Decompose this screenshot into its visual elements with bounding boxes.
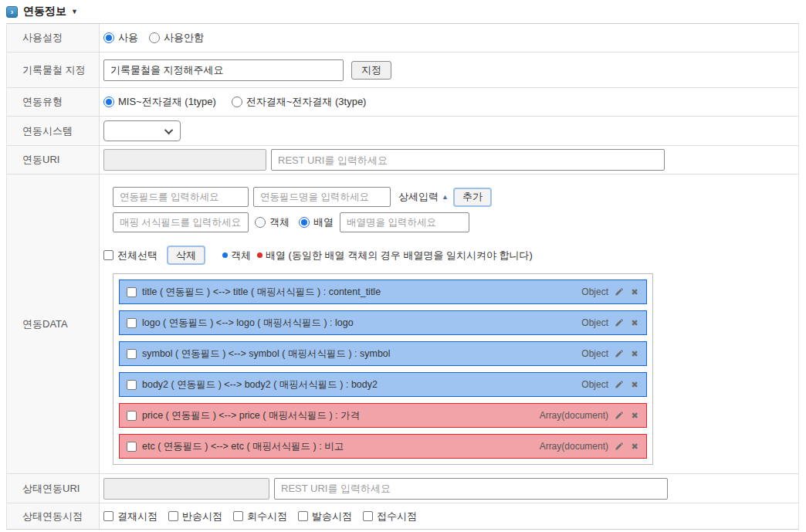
row-status-points: 상태연동시점 결재시점 반송시점 회수시점 발송시점 [7,503,798,529]
usage-on-radio[interactable] [103,32,114,43]
add-button[interactable]: 추가 [453,188,492,207]
row-record-folder: 기록물철 지정 지정 [7,53,798,88]
mapping-list-item[interactable]: logo ( 연동필드 ) <--> logo ( 매핑서식필드 ) : log… [119,310,647,335]
edit-pencil-icon[interactable] [615,442,624,451]
delete-button[interactable]: 삭제 [167,246,205,265]
status-uri-label: 상태연동URI [7,474,100,503]
mapping-type-badge: Object [581,286,608,297]
link-type-1-option[interactable]: MIS~전자결재 (1type) [103,95,216,109]
array-name-input[interactable] [340,212,469,232]
link-type-3-option[interactable]: 전자결재~전자결재 (3type) [232,95,367,109]
item-checkbox[interactable] [127,442,137,452]
item-checkbox[interactable] [127,318,137,328]
recall-checkbox[interactable] [233,511,243,521]
remove-x-icon[interactable]: ✖ [630,318,639,327]
send-label: 발송시점 [312,510,352,524]
legend-object: 객체 [222,249,251,263]
legend-array-text: 배열 (동일한 배열 객체의 경우 배열명을 일치시켜야 합니다) [266,249,533,263]
mapping-text: logo ( 연동필드 ) <--> logo ( 매핑서식필드 ) : log… [142,317,354,330]
send-checkbox[interactable] [298,511,308,521]
object-type-radio[interactable] [255,217,266,228]
remove-x-icon[interactable]: ✖ [630,349,639,358]
select-all-option[interactable]: 전체선택 [103,249,157,263]
legend-object-text: 객체 [231,249,251,263]
section-toggle-icon[interactable]: › [6,6,18,18]
edit-pencil-icon[interactable] [615,318,624,327]
return-label: 반송시점 [182,510,222,524]
array-type-radio[interactable] [299,217,310,228]
mapping-type-badge: Object [581,379,608,390]
edit-pencil-icon[interactable] [615,349,624,358]
collapse-caret-icon[interactable]: ▼ [71,8,78,15]
remove-x-icon[interactable]: ✖ [630,380,639,389]
link-field-name-input[interactable] [253,187,391,207]
status-uri-rest-input[interactable] [274,478,668,500]
link-field-input[interactable] [113,187,249,207]
mapping-list-item[interactable]: etc ( 연동필드 ) <--> etc ( 매핑서식필드 ) : 비고 Ar… [119,434,647,459]
remove-x-icon[interactable]: ✖ [630,287,639,296]
link-system-label: 연동시스템 [7,117,100,145]
link-type-label: 연동유형 [7,88,100,116]
receive-label: 접수시점 [377,510,417,524]
link-data-label: 연동DATA [7,175,100,473]
mapping-type-badge: Array(document) [540,441,608,452]
mapping-list-item[interactable]: title ( 연동필드 ) <--> title ( 매핑서식필드 ) : c… [119,280,647,304]
link-type-1-radio[interactable] [103,97,114,107]
mapping-text: body2 ( 연동필드 ) <--> body2 ( 매핑서식필드 ) : b… [142,378,378,391]
remove-x-icon[interactable]: ✖ [630,442,639,451]
mapping-type-badge: Object [581,348,608,359]
receive-checkbox[interactable] [363,511,373,521]
usage-off-label: 사용안함 [164,31,204,45]
edit-pencil-icon[interactable] [615,411,624,420]
status-point-send[interactable]: 발송시점 [298,510,352,524]
object-type-label: 객체 [269,215,290,229]
approval-checkbox[interactable] [103,511,113,521]
status-point-return[interactable]: 반송시점 [168,510,222,524]
record-folder-input[interactable] [103,59,344,81]
edit-pencil-icon[interactable] [615,287,624,296]
edit-pencil-icon[interactable] [615,380,624,389]
usage-off-radio[interactable] [149,32,160,43]
mapping-list-item[interactable]: body2 ( 연동필드 ) <--> body2 ( 매핑서식필드 ) : b… [119,372,647,397]
caret-up-icon: ▲ [442,193,449,201]
array-type-option[interactable]: 배열 [299,215,334,229]
mapping-text: price ( 연동필드 ) <--> price ( 매핑서식필드 ) : 가… [142,409,360,422]
return-checkbox[interactable] [168,511,178,521]
mapping-field-input[interactable] [113,212,249,232]
item-checkbox[interactable] [127,380,137,390]
item-checkbox[interactable] [127,411,137,421]
remove-x-icon[interactable]: ✖ [630,411,639,420]
record-folder-label: 기록물철 지정 [7,53,100,87]
page-title: 연동정보 [23,5,66,19]
link-uri-prefix-input [103,149,266,171]
object-dot-icon [222,252,228,258]
row-status-uri: 상태연동URI [7,474,798,503]
select-all-checkbox[interactable] [103,250,113,260]
row-link-system: 연동시스템 [7,117,798,146]
section-header: › 연동정보 ▼ [6,4,800,19]
status-point-recall[interactable]: 회수시점 [233,510,287,524]
array-dot-icon [257,252,262,258]
link-uri-rest-input[interactable] [271,149,665,171]
usage-off-option[interactable]: 사용안함 [149,31,204,45]
object-type-option[interactable]: 객체 [255,215,290,229]
mapping-list: title ( 연동필드 ) <--> title ( 매핑서식필드 ) : c… [113,273,653,465]
item-checkbox[interactable] [127,349,137,359]
item-checkbox[interactable] [127,287,137,297]
status-point-receive[interactable]: 접수시점 [363,510,417,524]
detail-input-toggle[interactable]: 상세입력 ▲ [398,190,449,204]
mapping-text: etc ( 연동필드 ) <--> etc ( 매핑서식필드 ) : 비고 [142,440,344,453]
link-type-3-radio[interactable] [232,97,242,107]
integration-settings-page: › 연동정보 ▼ 사용설정 사용 사용안함 기록물철 지정 [0,0,806,530]
recall-label: 회수시점 [247,510,287,524]
mapping-list-item[interactable]: symbol ( 연동필드 ) <--> symbol ( 매핑서식필드 ) :… [119,341,647,366]
link-type-3-label: 전자결재~전자결재 (3type) [246,95,367,109]
mapping-list-item[interactable]: price ( 연동필드 ) <--> price ( 매핑서식필드 ) : 가… [119,403,647,428]
usage-on-option[interactable]: 사용 [103,31,138,45]
link-system-select[interactable] [103,120,181,141]
chevron-down-icon [164,125,173,134]
record-folder-assign-button[interactable]: 지정 [351,61,391,80]
array-type-label: 배열 [313,215,334,229]
status-point-approval[interactable]: 결재시점 [103,510,157,524]
row-link-type: 연동유형 MIS~전자결재 (1type) 전자결재~전자결재 (3type) [7,88,798,117]
